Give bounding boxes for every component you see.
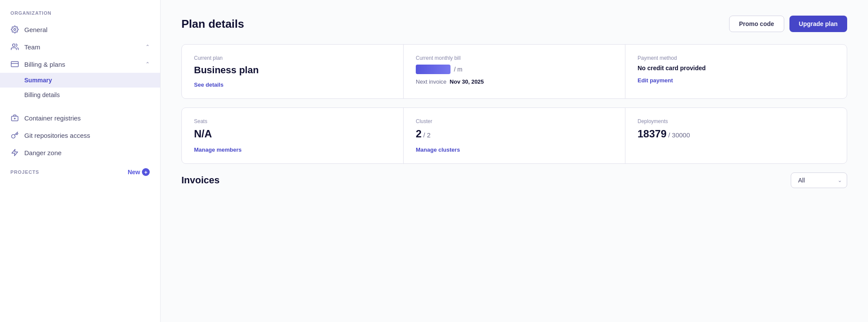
monthly-bill-bar (416, 65, 450, 74)
next-invoice-text: Next invoice Nov 30, 2025 (416, 78, 613, 85)
main-content: Plan details Promo code Upgrade plan Cur… (161, 0, 868, 322)
sidebar-sub-item-billing-details-label: Billing details (24, 91, 60, 98)
invoices-filter-wrapper: All Paid Unpaid ⌄ (791, 172, 847, 188)
projects-section: PROJECTS New + (0, 161, 160, 179)
sidebar-item-danger-zone[interactable]: Danger zone (0, 144, 160, 161)
page-title: Plan details (181, 17, 244, 31)
danger-icon (10, 148, 19, 157)
current-plan-label: Current plan (194, 55, 391, 61)
deployments-label: Deployments (638, 118, 835, 124)
payment-method-label: Payment method (638, 55, 835, 61)
sidebar-item-team-label: Team (24, 43, 40, 51)
sidebar-sub-item-summary-label: Summary (24, 77, 52, 84)
monthly-bill-card: Current monthly bill / m Next invoice No… (404, 45, 625, 98)
sidebar-item-git-repos[interactable]: Git repositories access (0, 127, 160, 144)
sidebar-item-general[interactable]: General (0, 21, 160, 38)
svg-marker-7 (12, 150, 18, 156)
billing-icon (10, 60, 19, 68)
promo-code-button[interactable]: Promo code (729, 16, 784, 32)
manage-clusters-link[interactable]: Manage clusters (416, 146, 460, 153)
edit-payment-link[interactable]: Edit payment (638, 77, 673, 84)
plus-circle-icon: + (142, 168, 150, 176)
sidebar-item-danger-zone-label: Danger zone (24, 149, 62, 156)
billing-chevron-icon: ⌃ (145, 61, 150, 67)
payment-method-card: Payment method No credit card provided E… (625, 45, 847, 98)
manage-members-link[interactable]: Manage members (194, 146, 242, 153)
bottom-cards-row: Seats N/A Manage members Cluster 2 / 2 M… (181, 107, 847, 164)
no-credit-text: No credit card provided (638, 65, 835, 72)
projects-section-label: PROJECTS (10, 169, 39, 175)
top-cards-row: Current plan Business plan See details C… (181, 44, 847, 99)
org-section-label: ORGANIZATION (0, 10, 160, 21)
cluster-value: 2 (416, 128, 421, 140)
invoices-section: Invoices All Paid Unpaid ⌄ (181, 172, 847, 188)
header-buttons: Promo code Upgrade plan (729, 16, 847, 32)
next-invoice-date: Nov 30, 2025 (450, 78, 484, 85)
invoices-filter-select[interactable]: All Paid Unpaid (791, 172, 847, 188)
svg-rect-2 (11, 62, 19, 67)
sidebar-item-team[interactable]: Team ⌃ (0, 38, 160, 55)
sidebar-item-git-repos-label: Git repositories access (24, 132, 90, 139)
svg-point-1 (13, 44, 15, 46)
team-icon (10, 42, 19, 51)
sidebar-sub-item-summary[interactable]: Summary (0, 73, 160, 88)
new-project-label: New (128, 169, 140, 176)
current-plan-card: Current plan Business plan See details (182, 45, 404, 98)
key-icon (10, 131, 19, 140)
cluster-label: Cluster (416, 118, 613, 124)
monthly-bill-label: Current monthly bill (416, 55, 613, 61)
seats-label: Seats (194, 118, 391, 124)
sidebar-item-billing-label: Billing & plans (24, 61, 65, 68)
cluster-denom: / 2 (423, 131, 431, 139)
upgrade-plan-button[interactable]: Upgrade plan (789, 16, 847, 32)
sidebar-sub-item-billing-details[interactable]: Billing details (0, 88, 160, 102)
sidebar: ORGANIZATION General Team ⌃ (0, 0, 161, 322)
seats-value: N/A (194, 128, 391, 140)
new-project-button[interactable]: New + (128, 168, 150, 176)
deployments-card: Deployments 18379 / 30000 (625, 108, 847, 163)
invoices-title: Invoices (181, 175, 220, 186)
gear-icon (10, 25, 19, 34)
cluster-card: Cluster 2 / 2 Manage clusters (404, 108, 625, 163)
see-details-link[interactable]: See details (194, 81, 224, 88)
current-plan-value: Business plan (194, 65, 391, 76)
sidebar-item-billing[interactable]: Billing & plans ⌃ (0, 55, 160, 73)
svg-point-0 (14, 29, 16, 31)
seats-card: Seats N/A Manage members (182, 108, 404, 163)
deployments-value: 18379 (638, 128, 667, 140)
page-header: Plan details Promo code Upgrade plan (181, 16, 847, 32)
deployments-denom: / 30000 (668, 131, 690, 139)
sidebar-item-general-label: General (24, 26, 47, 33)
sidebar-item-container-registries-label: Container registries (24, 114, 81, 122)
bill-unit: / m (454, 66, 462, 73)
container-icon (10, 114, 19, 122)
sidebar-item-container-registries[interactable]: Container registries (0, 109, 160, 127)
next-invoice-prefix: Next invoice (416, 78, 447, 85)
team-chevron-icon: ⌃ (145, 44, 150, 50)
